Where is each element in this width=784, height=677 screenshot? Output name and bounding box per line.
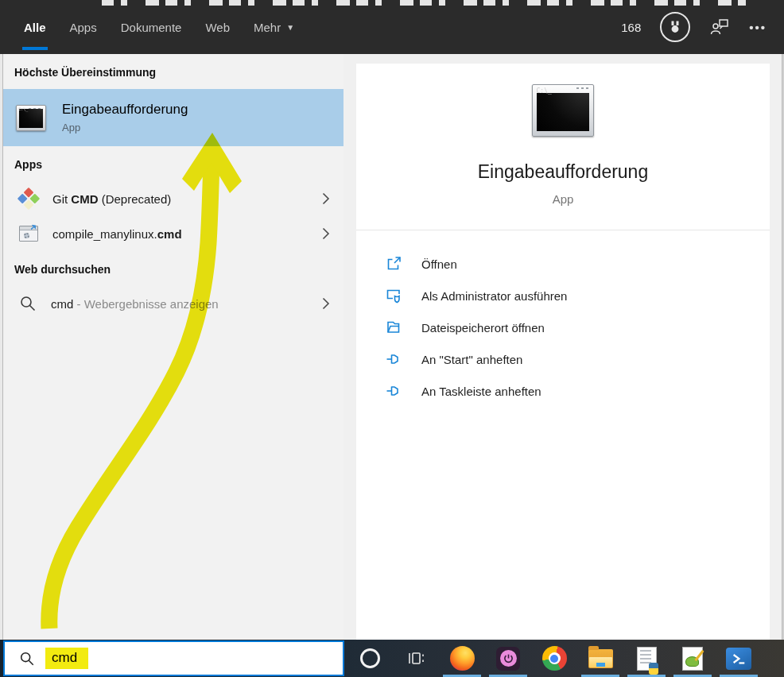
chevron-right-icon[interactable] xyxy=(321,227,331,240)
tab-label: Apps xyxy=(70,21,97,34)
result-label: cmd - Webergebnisse anzeigen xyxy=(51,297,307,311)
web-section-header: Web durchsuchen xyxy=(3,251,343,286)
search-icon xyxy=(19,295,37,312)
windows-search-flyout: Alle Apps Dokumente Web Mehr ▼ 168 xyxy=(0,0,784,677)
results-list: Höchste Übereinstimmung C:\_ Eingabeauff… xyxy=(3,54,343,640)
more-options-icon[interactable]: ••• xyxy=(749,21,767,34)
firefox-icon xyxy=(450,646,475,671)
git-cmd-icon xyxy=(19,189,38,208)
action-open[interactable]: Öffnen xyxy=(386,248,770,280)
result-web-search-cmd[interactable]: cmd - Webergebnisse anzeigen xyxy=(3,286,343,321)
context-actions: Öffnen Als Administrator ausführen xyxy=(356,230,770,407)
action-label: Dateispeicherort öffnen xyxy=(421,321,545,335)
action-pin-to-taskbar[interactable]: An Taskleiste anheften xyxy=(386,375,770,407)
preview-subtitle: App xyxy=(356,192,770,206)
action-label: An Taskleiste anheften xyxy=(421,385,541,398)
cmd-app-icon: C:\_ xyxy=(16,105,46,131)
python-file-button[interactable] xyxy=(623,640,670,677)
file-location-icon xyxy=(386,319,402,335)
chrome-icon xyxy=(542,646,567,671)
search-filter-bar: Alle Apps Dokumente Web Mehr ▼ 168 xyxy=(0,0,784,54)
result-git-cmd[interactable]: Git CMD (Deprecated) xyxy=(3,181,343,216)
action-label: Als Administrator ausführen xyxy=(421,289,567,303)
chevron-right-icon[interactable] xyxy=(321,192,331,205)
tab-web[interactable]: Web xyxy=(205,0,230,54)
powershell-icon xyxy=(726,648,751,670)
preview-card: C:\_ Eingabeaufforderung App Öffnen xyxy=(356,64,770,640)
tab-label: Web xyxy=(205,21,230,34)
best-match-header: Höchste Übereinstimmung xyxy=(3,54,343,89)
action-pin-to-start[interactable]: An "Start" anheften xyxy=(386,343,770,375)
notepad-plus-plus-icon xyxy=(682,647,703,671)
power-app-button[interactable] xyxy=(485,640,531,677)
preview-title: Eingabeaufforderung xyxy=(356,161,770,183)
task-view-button[interactable] xyxy=(393,640,439,677)
apps-section-header: Apps xyxy=(3,146,343,181)
chevron-down-icon: ▼ xyxy=(286,23,294,32)
search-icon xyxy=(19,651,35,667)
filter-tabs: Alle Apps Dokumente Web Mehr ▼ xyxy=(24,0,294,54)
chrome-button[interactable] xyxy=(531,640,577,677)
power-app-icon xyxy=(496,647,520,671)
notepad-plus-plus-button[interactable] xyxy=(670,640,716,677)
preview-panel: C:\_ Eingabeaufforderung App Öffnen xyxy=(343,54,784,640)
search-query-text: cmd xyxy=(45,648,88,669)
taskbar: cmd xyxy=(0,640,784,677)
firefox-button[interactable] xyxy=(439,640,485,677)
background-window-sliver xyxy=(102,0,746,6)
cmd-file-icon xyxy=(19,226,38,242)
python-file-icon xyxy=(637,647,657,671)
tab-label: Alle xyxy=(24,21,46,34)
task-view-icon xyxy=(406,649,425,668)
admin-shield-icon xyxy=(386,288,402,304)
cortana-icon xyxy=(360,648,380,668)
rewards-medal-icon[interactable] xyxy=(660,12,690,42)
cortana-button[interactable] xyxy=(347,640,393,677)
medal-icon xyxy=(667,19,683,35)
result-title: Eingabeaufforderung xyxy=(62,102,188,118)
file-explorer-button[interactable] xyxy=(577,640,623,677)
cmd-app-icon-large: C:\_ xyxy=(532,84,594,137)
result-compile-manylinux-cmd[interactable]: compile_manylinux.cmd xyxy=(3,216,343,251)
tab-mehr[interactable]: Mehr ▼ xyxy=(254,0,294,54)
header-actions: 168 ••• xyxy=(621,0,767,54)
action-run-as-administrator[interactable]: Als Administrator ausführen xyxy=(386,280,770,311)
feedback-icon[interactable] xyxy=(709,17,730,37)
rewards-count: 168 xyxy=(621,21,641,34)
result-label: Git CMD (Deprecated) xyxy=(52,192,307,206)
taskbar-search-input[interactable]: cmd xyxy=(3,640,344,676)
result-subtitle: App xyxy=(62,122,188,133)
search-results-area: Höchste Übereinstimmung C:\_ Eingabeauff… xyxy=(0,54,784,640)
open-icon xyxy=(386,256,402,272)
pin-icon xyxy=(386,351,402,367)
tab-label: Dokumente xyxy=(121,21,182,34)
tab-apps[interactable]: Apps xyxy=(70,0,97,54)
taskbar-icons xyxy=(347,640,781,677)
tab-alle[interactable]: Alle xyxy=(24,0,46,54)
tab-dokumente[interactable]: Dokumente xyxy=(121,0,182,54)
action-label: Öffnen xyxy=(421,257,457,271)
pin-icon xyxy=(386,383,402,399)
chevron-right-icon[interactable] xyxy=(321,297,331,310)
tab-label: Mehr xyxy=(254,21,281,34)
file-explorer-icon xyxy=(588,649,613,668)
action-open-file-location[interactable]: Dateispeicherort öffnen xyxy=(386,311,770,343)
result-label: compile_manylinux.cmd xyxy=(52,227,307,241)
action-label: An "Start" anheften xyxy=(421,353,522,366)
result-best-match-cmd[interactable]: C:\_ Eingabeaufforderung App xyxy=(3,89,343,146)
powershell-button[interactable] xyxy=(716,640,762,677)
